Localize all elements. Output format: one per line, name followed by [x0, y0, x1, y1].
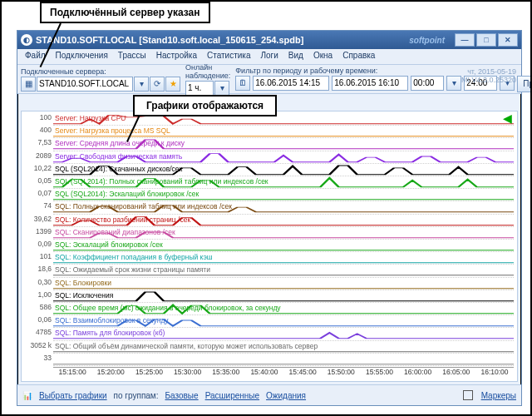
series-label: SQL: Исключения [55, 291, 113, 300]
chart-row: SQL: Блокировки [53, 278, 514, 290]
series-label: SQL (SQL2014): Эскалаций блокировок /сек [55, 190, 199, 198]
series-label: Server: Нагрузка процесса MS SQL [55, 126, 170, 135]
series-label: SQL (SQL2014): Полных сканирований табли… [55, 177, 268, 186]
menu-view[interactable]: Вид [284, 49, 308, 64]
series-label: SQL: Эскалаций блокировок /сек [55, 240, 163, 249]
footer: 📊 Выбрать графики по группам: Базовые Ра… [17, 384, 521, 405]
chart-row: SQL: Взаимоблокировок в секунду [53, 315, 514, 328]
filter-from[interactable]: 16.06.2015 14:15 [253, 76, 329, 91]
series-label: SQL: Память для блокировок (кб) [55, 329, 165, 337]
markers-link[interactable]: Маркеры [481, 391, 516, 400]
chart-row [53, 354, 514, 366]
series-label: SQL: Общее время (мс) ожидания в очереди… [55, 304, 281, 312]
series-label: SQL: Сканирований диапазонов /сек [55, 228, 175, 236]
chart-row: SQL: Исключения [53, 290, 514, 303]
chart-rows: Server: Нагрузка CPUServer: Нагрузка про… [53, 113, 514, 366]
annotation-charts-shown: Графики отображаются [133, 95, 277, 116]
group-base-link[interactable]: Базовые [165, 391, 199, 400]
app-icon: ◐ [21, 34, 32, 46]
time-from-dropdown[interactable]: ▾ [446, 76, 461, 91]
series-label: SQL: Общий объём динамической памяти, ко… [55, 342, 318, 350]
toolbar: Подключенные сервера: ▦ STAND10.SOFT.LOC… [17, 65, 521, 94]
y-axis-values: 1004007,532089 10,220,050,0774 39,621399… [22, 113, 53, 366]
online-period-combo[interactable]: 1 ч. [185, 81, 214, 96]
chart-row: SQL: Полных сканирований таблиц или инде… [53, 201, 514, 214]
chart-row: SQL: Коэффициент попадания в буферный кэ… [53, 252, 514, 265]
chart-row: SQL (SQL2014): Скачанных дисков/сек [53, 164, 514, 176]
group-wait-link[interactable]: Ожидания [266, 391, 306, 400]
groups-label: по группам: [114, 391, 159, 400]
online-watch-label: Онлайн наблюдение: [185, 63, 230, 80]
connected-servers-label: Подключенные сервера: [21, 67, 180, 76]
chart-row: SQL: Ожидаемый срок жизни страницы памят… [53, 265, 514, 277]
chart-row: Server: Нагрузка CPU [53, 113, 514, 126]
menu-connections[interactable]: Подключения [52, 49, 112, 64]
chart-row: SQL: Количество разбиений страниц /сек [53, 215, 514, 227]
choose-charts-icon: 📊 [22, 391, 32, 400]
version-info: чт, 2015-05-19 MI V4.3.0.25320 [461, 67, 516, 84]
menu-statistics[interactable]: Статистика [203, 49, 255, 64]
app-window: ◐ STAND10.SOFT.LOCAL [Stand10.soft.local… [17, 30, 522, 406]
series-label: Server: Свободная физическая память [55, 152, 182, 161]
chart-row: SQL: Общий объём динамической памяти, ко… [53, 341, 514, 354]
brand-label: softpoint [409, 36, 445, 45]
menu-windows[interactable]: Окна [309, 49, 337, 64]
servers-browse-button[interactable]: ▦ [21, 77, 36, 92]
server-favorite-button[interactable]: ★ [165, 77, 180, 92]
series-label: SQL: Количество разбиений страниц /сек [55, 215, 190, 224]
series-label: Server: Средняя длина очереди к диску [55, 139, 185, 147]
playhead-marker-icon[interactable]: ◀ [503, 111, 512, 125]
chart-row: Server: Нагрузка процесса MS SQL [53, 126, 514, 138]
filter-to[interactable]: 16.06.2015 16:10 [332, 76, 408, 91]
chart-area: ◀ 1004007,532089 10,220,050,0774 39,6213… [21, 111, 518, 382]
chart-row: Server: Средняя длина очереди к диску [53, 138, 514, 151]
server-refresh-button[interactable]: ⟳ [150, 77, 165, 92]
annotation-connected-server: Подключённый сервер указан [40, 2, 210, 23]
filter-calendar-button[interactable]: 🗓 [235, 76, 250, 91]
series-label: SQL: Блокировки [55, 279, 111, 287]
chart-row: SQL: Эскалаций блокировок /сек [53, 240, 514, 252]
apply-button[interactable]: Применить [517, 76, 532, 92]
series-label: SQL: Полных сканирований таблиц или инде… [55, 202, 232, 210]
series-label: SQL: Коэффициент попадания в буферный кэ… [55, 253, 213, 261]
online-period-dropdown-button[interactable]: ▾ [214, 81, 229, 96]
chart-row: SQL (SQL2014): Полных сканирований табли… [53, 176, 514, 189]
menu-traces[interactable]: Трассы [114, 49, 150, 64]
chart-row: SQL: Общее время (мс) ожидания в очереди… [53, 303, 514, 315]
series-label: SQL (SQL2014): Скачанных дисков/сек [55, 165, 182, 173]
menubar: Файл Подключения Трассы Настройка Статис… [17, 49, 521, 65]
choose-charts-link[interactable]: Выбрать графики [39, 391, 107, 400]
window-title: STAND10.SOFT.LOCAL [Stand10.soft.local_1… [36, 35, 303, 45]
minimize-button[interactable]: — [455, 33, 475, 47]
menu-help[interactable]: Справка [338, 49, 379, 64]
group-ext-link[interactable]: Расширенные [205, 391, 259, 400]
server-dropdown-button[interactable]: ▾ [134, 77, 149, 92]
menu-logs[interactable]: Логи [256, 49, 282, 64]
titlebar: ◐ STAND10.SOFT.LOCAL [Stand10.soft.local… [17, 31, 521, 49]
markers-checkbox[interactable] [463, 390, 473, 400]
maximize-button[interactable]: □ [476, 33, 496, 47]
series-label: Server: Нагрузка CPU [55, 114, 126, 122]
series-label: SQL: Ожидаемый срок жизни страницы памят… [55, 265, 210, 274]
series-label: SQL: Взаимоблокировок в секунду [55, 316, 169, 324]
x-axis: 15:15:0015:20:0015:25:00 15:30:0015:35:0… [53, 367, 514, 381]
chart-row: SQL (SQL2014): Эскалаций блокировок /сек [53, 189, 514, 201]
menu-settings[interactable]: Настройка [152, 49, 201, 64]
chart-row: Server: Свободная физическая память [53, 151, 514, 164]
chart-row: SQL: Сканирований диапазонов /сек [53, 227, 514, 240]
server-combo[interactable]: STAND10.SOFT.LOCAL [37, 77, 133, 92]
chart-row: SQL: Память для блокировок (кб) [53, 328, 514, 340]
time-from[interactable]: 00:00 [411, 76, 444, 91]
close-button[interactable]: ✕ [498, 33, 518, 47]
